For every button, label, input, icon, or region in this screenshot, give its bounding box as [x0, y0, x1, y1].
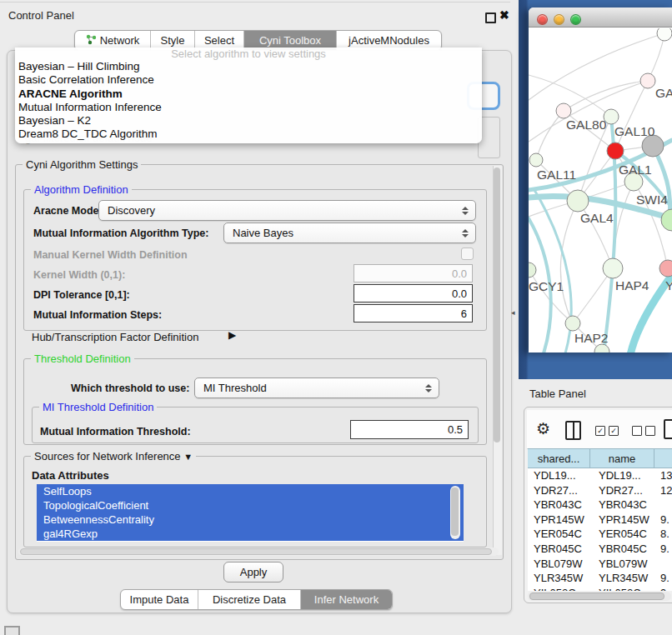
gear-icon[interactable]: ⚙: [536, 419, 550, 438]
table-cell[interactable]: YBL079W: [528, 557, 590, 572]
table-cell[interactable]: YPR145W: [590, 512, 654, 528]
network-node[interactable]: [661, 209, 672, 231]
attribute-selfloops[interactable]: SelfLoops: [37, 484, 464, 498]
network-node[interactable]: [607, 142, 624, 159]
dock-panel-icon[interactable]: [4, 626, 20, 635]
table-row[interactable]: YBR043CYBR043C: [528, 498, 672, 512]
network-edge[interactable]: [529, 33, 664, 100]
network-canvas[interactable]: GALGAL80GAL10GAL11GAL1SWI4GAL4GCY1HAP4YH…: [529, 28, 672, 352]
mi-steps-input[interactable]: [354, 304, 473, 322]
algorithm-option-basic-correlation-inference[interactable]: Basic Correlation Inference: [15, 73, 482, 87]
table-cell[interactable]: YLR345W: [590, 571, 654, 586]
sources-legend[interactable]: Sources for Network Inference ▼: [31, 450, 196, 462]
column-header-name[interactable]: name: [590, 448, 654, 468]
network-edge[interactable]: [560, 201, 578, 323]
aracne-mode-combo[interactable]: Discovery: [98, 200, 476, 221]
table-cell[interactable]: YIL052C: [590, 586, 654, 591]
table-cell[interactable]: YDL19...: [590, 468, 654, 483]
horizontal-scrollbar-thumb[interactable]: [20, 548, 492, 555]
table-cell[interactable]: YBR043C: [590, 498, 654, 512]
table-row[interactable]: YLR345WYLR345W9.: [528, 571, 672, 586]
table-cell[interactable]: YER054C: [528, 527, 590, 542]
table-cell[interactable]: YBL079W: [590, 557, 654, 572]
tab-impute-data[interactable]: Impute Data: [121, 590, 198, 609]
hub-definition-expander[interactable]: Hub/Transcription Factor Definition: [32, 331, 198, 343]
table-cell[interactable]: 9.: [654, 542, 672, 557]
algorithm-option-aracne-algorithm[interactable]: ARACNE Algorithm: [15, 88, 482, 101]
table-cell[interactable]: 9.: [654, 512, 672, 528]
algorithm-option-dream8-dc-tdc-algorithm[interactable]: Dream8 DC_TDC Algorithm: [15, 128, 482, 141]
column-header-extra[interactable]: [654, 448, 672, 468]
attribute-betweennesscentrality[interactable]: BetweennessCentrality: [37, 512, 464, 527]
table-cell[interactable]: YBR045C: [528, 542, 590, 557]
float-window-icon[interactable]: [485, 12, 496, 23]
network-node[interactable]: [565, 316, 580, 331]
network-window-titlebar[interactable]: [529, 8, 672, 28]
table-cell[interactable]: YDR27...: [528, 483, 590, 498]
network-node[interactable]: [529, 262, 536, 278]
algorithm-option-bayesian-k2[interactable]: Bayesian – K2: [15, 114, 482, 128]
zoom-window-button[interactable]: [570, 14, 581, 25]
table-cell[interactable]: YDL19...: [528, 468, 590, 483]
table-cell[interactable]: 9.: [654, 571, 672, 586]
select-all-checkbox-icon[interactable]: ✓: [609, 426, 619, 436]
network-node[interactable]: [603, 258, 623, 278]
attributes-scrollbar-thumb[interactable]: [451, 488, 459, 536]
dpi-tolerance-input[interactable]: [354, 284, 473, 302]
document-icon[interactable]: [664, 419, 672, 439]
deselect-all-checkbox-icon[interactable]: [632, 426, 642, 436]
table-cell[interactable]: [654, 498, 672, 512]
table-cell[interactable]: YER054C: [590, 527, 654, 542]
minimize-window-button[interactable]: [554, 14, 564, 25]
table-cell[interactable]: [654, 557, 672, 572]
deselect-all-checkbox-icon[interactable]: [645, 426, 655, 436]
splitter-collapse-icon[interactable]: ◂: [511, 308, 515, 317]
network-node[interactable]: [529, 153, 543, 167]
network-node[interactable]: [594, 344, 609, 352]
network-edge[interactable]: [536, 111, 564, 160]
column-header-shared[interactable]: shared...: [528, 448, 590, 468]
columns-icon[interactable]: [565, 421, 581, 440]
table-row[interactable]: YDL19...YDL19...13: [528, 468, 672, 483]
algorithm-option-bayesian-hill-climbing[interactable]: Bayesian – Hill Climbing: [15, 60, 482, 73]
kernel-width-input[interactable]: [354, 264, 473, 282]
settings-scrollbar-thumb[interactable]: [494, 168, 500, 442]
select-all-checkbox-icon[interactable]: ✓: [595, 426, 605, 436]
close-window-button[interactable]: [537, 14, 548, 25]
manual-kernel-checkbox[interactable]: [461, 248, 474, 260]
close-icon[interactable]: ✖: [499, 8, 509, 22]
mi-threshold-input[interactable]: [350, 420, 469, 439]
table-cell[interactable]: 12: [654, 483, 672, 498]
table-row[interactable]: YBR045CYBR045C9.: [528, 542, 672, 557]
tab-infer-network[interactable]: Infer Network: [301, 590, 392, 609]
table-row[interactable]: YPR145WYPR145W9.: [528, 512, 672, 528]
table-cell[interactable]: YLR345W: [528, 571, 590, 586]
network-node[interactable]: [567, 190, 589, 212]
table-cell[interactable]: YBR045C: [590, 542, 654, 557]
table-row[interactable]: YBL079WYBL079W: [528, 557, 672, 572]
which-threshold-combo[interactable]: MI Threshold: [194, 378, 439, 398]
algorithm-option-mutual-information-inference[interactable]: Mutual Information Inference: [15, 101, 482, 114]
table-cell[interactable]: YIL052C: [528, 586, 590, 591]
network-node[interactable]: [640, 73, 655, 88]
table-cell[interactable]: 13: [654, 468, 672, 483]
table-cell[interactable]: YDR27...: [590, 483, 654, 498]
attribute-topologicalcoefficient[interactable]: TopologicalCoefficient: [37, 498, 464, 512]
table-cell[interactable]: YPR145W: [528, 512, 590, 528]
mi-algorithm-type-combo[interactable]: Naive Bayes: [223, 222, 476, 243]
apply-button[interactable]: Apply: [223, 562, 283, 582]
table-cell[interactable]: YBR043C: [528, 498, 590, 512]
expand-right-icon[interactable]: ▶: [228, 329, 236, 341]
table-row[interactable]: YER054CYER054C8.: [528, 527, 672, 542]
table-cell[interactable]: 9.: [654, 586, 672, 591]
table-hscrollbar-thumb[interactable]: [529, 592, 664, 600]
network-node[interactable]: [657, 28, 672, 41]
tab-discretize-data[interactable]: Discretize Data: [198, 590, 301, 609]
table-row[interactable]: YDR27...YDR27...12: [528, 483, 672, 498]
network-node[interactable]: [659, 260, 672, 277]
attribute-gal4rgexp[interactable]: gal4RGexp: [37, 527, 464, 541]
table-cell[interactable]: 8.: [654, 527, 672, 542]
network-edge[interactable]: [534, 190, 571, 352]
table-row[interactable]: YIL052CYIL052C9.: [528, 586, 672, 591]
network-node[interactable]: [556, 103, 571, 118]
